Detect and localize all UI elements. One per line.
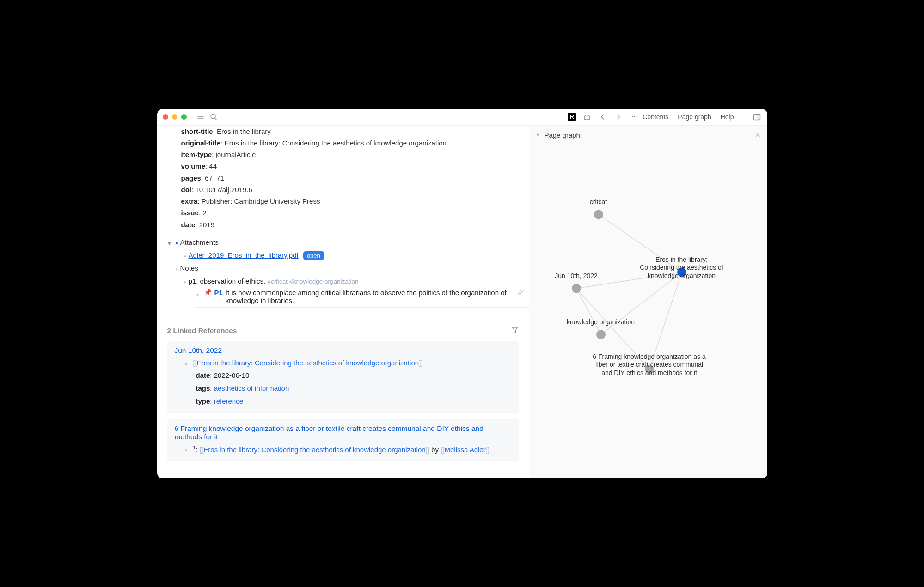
p1-text: It is now commonplace among critical lib… xyxy=(226,289,529,304)
meta-date[interactable]: date: 2019 xyxy=(181,219,529,230)
svg-line-6 xyxy=(599,214,682,272)
ref-field-date[interactable]: date: 2022-06-10 xyxy=(175,370,511,381)
side-panel: ▼ Page graph ✕ critcatEros in the librar… xyxy=(529,126,767,478)
caret-toggle[interactable]: ▼ xyxy=(165,237,174,248)
page-graph-canvas[interactable]: critcatEros in the library: Considering … xyxy=(529,145,767,478)
toggle-sidebar-icon[interactable] xyxy=(753,112,762,121)
titlebar: R Contents Page graph Help xyxy=(157,109,767,126)
main-panel: short-title: Eros in the library origina… xyxy=(157,126,529,478)
graph-node[interactable] xyxy=(645,364,654,374)
ref-field-type[interactable]: type: reference xyxy=(175,396,511,407)
side-panel-title: Page graph xyxy=(544,131,580,139)
edit-icon[interactable] xyxy=(517,289,524,297)
ref-page-link[interactable]: [[Eros in the library: Considering the a… xyxy=(193,357,423,368)
graph-node[interactable] xyxy=(572,284,581,293)
meta-extra[interactable]: extra: Publisher: Cambridge University P… xyxy=(181,195,529,207)
filter-icon[interactable] xyxy=(511,326,519,335)
block-bullet[interactable] xyxy=(195,289,201,297)
forward-icon[interactable] xyxy=(614,112,623,121)
back-icon[interactable] xyxy=(598,112,607,121)
nav-controls: R xyxy=(568,112,639,121)
meta-pages[interactable]: pages: 67–71 xyxy=(181,172,529,184)
home-icon[interactable] xyxy=(582,112,592,121)
toolbar-link-page-graph[interactable]: Page graph xyxy=(678,113,711,121)
svg-rect-4 xyxy=(754,114,760,120)
more-icon[interactable] xyxy=(630,112,639,121)
svg-line-8 xyxy=(601,272,682,334)
open-attachment-button[interactable]: open xyxy=(303,251,324,260)
meta-doi[interactable]: doi: 10.1017/alj.2019.6 xyxy=(181,184,529,195)
ref-page-link[interactable]: 1: [[Eros in the library: Considering th… xyxy=(193,444,490,455)
meta-short-title[interactable]: short-title: Eros in the library xyxy=(181,126,529,137)
block-bullet[interactable] xyxy=(183,444,190,454)
ref-field-tags[interactable]: tags: aesthetics of information xyxy=(175,383,511,394)
meta-volume[interactable]: volume: 44 xyxy=(181,160,529,172)
notes-label[interactable]: Notes xyxy=(180,263,529,274)
linked-references-title[interactable]: 2 Linked References xyxy=(167,327,237,335)
app-window: R Contents Page graph Help xyxy=(157,109,767,478)
block-bullet[interactable] xyxy=(174,263,180,274)
block-bullet[interactable] xyxy=(174,237,180,248)
pin-icon: 📌 xyxy=(204,289,212,296)
hashtag-critcat[interactable]: #critcat xyxy=(267,278,288,285)
block-bullet[interactable] xyxy=(183,357,190,368)
meta-issue[interactable]: issue: 2 xyxy=(181,207,529,218)
minimize-window-button[interactable] xyxy=(172,114,177,120)
hashtag-knowledge-organization[interactable]: #knowledge organization xyxy=(289,278,358,285)
graph-node[interactable] xyxy=(594,210,603,219)
hamburger-menu-icon[interactable] xyxy=(196,112,205,121)
attachments-label[interactable]: Attachments xyxy=(180,237,529,248)
toolbar-link-contents[interactable]: Contents xyxy=(643,113,668,121)
p1-label: P1 xyxy=(214,289,223,297)
close-panel-icon[interactable]: ✕ xyxy=(754,130,761,140)
meta-item-type[interactable]: item-type: journalArticle xyxy=(181,149,529,160)
meta-original-title[interactable]: original-title: Eros in the library: Con… xyxy=(181,137,529,149)
ref-title-link[interactable]: 6 Framing knowledge organization as a fi… xyxy=(175,424,511,441)
logo-icon[interactable]: R xyxy=(568,113,576,121)
svg-point-3 xyxy=(636,116,636,117)
close-window-button[interactable] xyxy=(163,114,168,120)
toolbar-link-help[interactable]: Help xyxy=(721,113,734,121)
block-bullet[interactable] xyxy=(182,276,189,287)
graph-node[interactable] xyxy=(596,330,606,339)
caret-toggle[interactable]: ▼ xyxy=(536,132,541,138)
window-controls xyxy=(163,114,187,120)
svg-line-7 xyxy=(576,272,682,288)
svg-line-11 xyxy=(576,288,649,369)
ref-title-link[interactable]: Jun 10th, 2022 xyxy=(175,346,511,355)
linked-references-section: 2 Linked References Jun 10th, 2022 [[Ero… xyxy=(157,321,529,471)
note-line[interactable]: p1. observation of ethics. #critcat #kno… xyxy=(189,276,529,287)
note-p1-block[interactable]: 📌 P1 It is now commonplace among critica… xyxy=(195,289,529,308)
linked-ref-card: Jun 10th, 2022 [[Eros in the library: Co… xyxy=(167,341,519,413)
svg-point-2 xyxy=(634,116,635,117)
svg-point-1 xyxy=(632,116,633,117)
metadata-block: short-title: Eros in the library origina… xyxy=(157,126,529,236)
graph-node[interactable] xyxy=(677,267,686,277)
svg-line-9 xyxy=(649,272,682,369)
maximize-window-button[interactable] xyxy=(181,114,187,120)
block-bullet[interactable] xyxy=(182,250,189,261)
search-icon[interactable] xyxy=(209,112,218,121)
attachment-file-link[interactable]: Adler_2019_Eros_in_the_library.pdf xyxy=(189,251,299,259)
linked-ref-card: 6 Framing knowledge organization as a fi… xyxy=(167,419,519,461)
